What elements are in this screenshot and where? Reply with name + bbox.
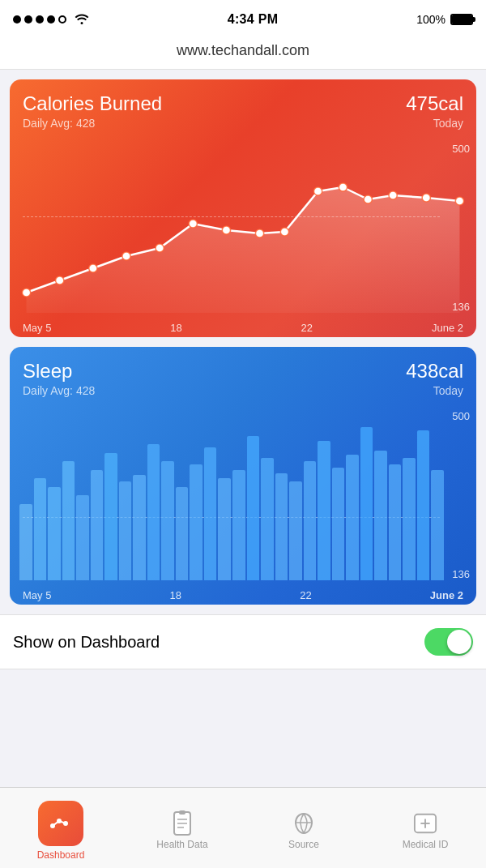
bar-16 <box>232 470 245 581</box>
sleep-x-label-2: 18 <box>170 589 181 601</box>
svg-point-9 <box>255 229 263 237</box>
calories-card: Calories Burned Daily Avg: 428 475cal To… <box>10 79 476 337</box>
bar-1 <box>19 504 32 581</box>
signal-dot-5 <box>58 15 66 24</box>
bar-27 <box>389 464 402 580</box>
sleep-x-labels: May 5 18 22 June 2 <box>23 589 463 601</box>
svg-point-8 <box>222 226 230 234</box>
bar-13 <box>190 464 202 580</box>
svg-point-3 <box>56 276 64 284</box>
calories-value-group: 475cal Today <box>406 92 463 130</box>
bar-6 <box>91 470 104 581</box>
bar-11 <box>161 461 174 580</box>
svg-point-4 <box>89 264 97 272</box>
calories-subtitle: Daily Avg: 428 <box>23 117 162 130</box>
sleep-value-group: 438cal Today <box>406 360 463 397</box>
bar-29 <box>417 430 430 580</box>
calories-card-header: Calories Burned Daily Avg: 428 475cal To… <box>10 79 476 133</box>
calories-x-label-3: 22 <box>301 322 313 334</box>
calories-title: Calories Burned <box>23 92 162 115</box>
bar-22 <box>318 441 330 580</box>
tab-health-data[interactable]: Health Data <box>122 806 243 850</box>
bar-26 <box>374 451 387 580</box>
sleep-x-label-4: June 2 <box>430 589 463 601</box>
bar-24 <box>346 455 359 580</box>
tab-dashboard-label: Dashboard <box>37 849 85 861</box>
tab-dashboard[interactable]: Dashboard <box>0 796 122 861</box>
svg-point-2 <box>22 289 30 297</box>
bar-20 <box>289 481 302 580</box>
calories-chart-area: 500 136 <box>10 143 476 337</box>
svg-rect-21 <box>179 810 185 815</box>
tab-health-data-label: Health Data <box>156 839 207 850</box>
source-icon <box>292 811 316 836</box>
svg-point-7 <box>189 220 197 228</box>
bar-2 <box>34 478 47 580</box>
tab-bar: Dashboard Health Data Source <box>0 787 486 868</box>
sleep-y-labels: 500 136 <box>452 410 470 580</box>
calories-title-group: Calories Burned Daily Avg: 428 <box>23 92 162 130</box>
bar-14 <box>204 447 217 580</box>
calories-today: Today <box>406 117 463 130</box>
bar-23 <box>332 468 345 580</box>
sleep-value: 438cal <box>406 360 463 383</box>
sleep-card: Sleep Daily Avg: 428 438cal Today 500 13… <box>10 347 476 605</box>
svg-point-14 <box>389 191 397 199</box>
bar-3 <box>48 487 61 581</box>
bar-18 <box>261 458 274 580</box>
signal-dot-1 <box>13 15 21 24</box>
svg-point-5 <box>122 252 130 260</box>
bar-4 <box>62 461 75 580</box>
tab-medical-id[interactable]: Medical ID <box>364 806 486 850</box>
bar-7 <box>104 453 117 581</box>
calories-value: 475cal <box>406 92 463 115</box>
calories-x-label-2: 18 <box>170 322 181 334</box>
main-content: Calories Burned Daily Avg: 428 475cal To… <box>0 70 486 614</box>
bar-17 <box>247 436 260 581</box>
url-bar: www.techandall.com <box>0 36 486 70</box>
battery-icon <box>450 14 473 25</box>
calories-x-label-4: June 2 <box>432 322 463 334</box>
calories-line-chart <box>10 143 476 313</box>
battery-fill <box>452 15 471 24</box>
tab-source-label: Source <box>288 839 319 850</box>
dashboard-toggle[interactable] <box>424 628 473 656</box>
sleep-title: Sleep <box>23 360 95 383</box>
tab-source[interactable]: Source <box>243 806 364 850</box>
dashboard-row: Show on Dashboard <box>0 614 486 669</box>
signal-area <box>13 13 89 27</box>
bar-25 <box>360 427 373 580</box>
signal-dot-3 <box>36 15 44 24</box>
health-data-icon <box>170 811 194 836</box>
battery-area: 100% <box>416 13 473 26</box>
calories-x-labels: May 5 18 22 June 2 <box>23 322 463 334</box>
bar-19 <box>275 473 288 580</box>
signal-dot-4 <box>47 15 55 24</box>
status-time: 4:34 PM <box>228 12 279 27</box>
bar-12 <box>176 487 189 581</box>
bar-5 <box>76 495 89 580</box>
svg-point-10 <box>280 228 288 236</box>
sleep-y-max: 500 <box>452 410 470 422</box>
wifi-icon <box>75 13 89 27</box>
bar-10 <box>147 444 160 580</box>
sleep-x-label-3: 22 <box>300 589 311 601</box>
sleep-x-label-1: May 5 <box>23 589 51 601</box>
sleep-y-min: 136 <box>452 568 470 580</box>
sleep-today: Today <box>406 384 463 397</box>
bar-28 <box>403 458 416 580</box>
dashboard-icon <box>38 801 83 846</box>
sleep-subtitle: Daily Avg: 428 <box>23 384 95 397</box>
svg-point-16 <box>455 197 463 205</box>
bar-21 <box>304 461 317 580</box>
battery-percent: 100% <box>416 13 446 26</box>
tab-medical-id-label: Medical ID <box>403 839 449 850</box>
sleep-title-group: Sleep Daily Avg: 428 <box>23 360 95 397</box>
status-bar: 4:34 PM 100% <box>0 0 486 36</box>
bar-30 <box>431 470 444 581</box>
sleep-bar-chart <box>19 410 444 580</box>
svg-marker-1 <box>27 187 460 313</box>
dashboard-chart-icon <box>48 815 74 832</box>
sleep-chart-area: 500 136 <box>10 410 476 605</box>
svg-point-12 <box>339 183 347 191</box>
